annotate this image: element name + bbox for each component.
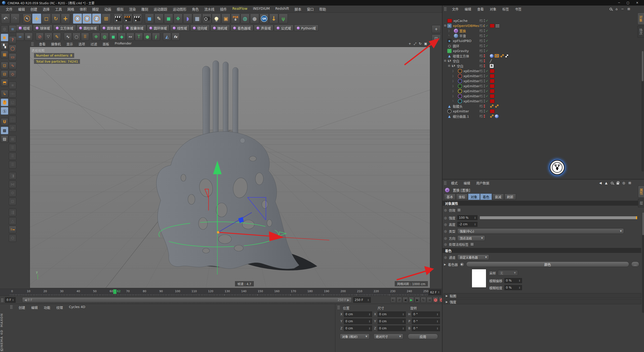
- layer-toggle-icon[interactable]: [479, 110, 483, 113]
- visibility-dots-icon[interactable]: [484, 105, 485, 108]
- convert-object-icon[interactable]: ◍: [1, 25, 8, 33]
- maximize-button[interactable]: ▢: [627, 1, 629, 5]
- render-view-icon[interactable]: [114, 14, 123, 24]
- floor-icon[interactable]: ▦: [193, 14, 202, 24]
- snapping-magnet-icon[interactable]: U: [1, 118, 8, 126]
- disabled-bridge-icon[interactable]: ⊣⊢: [9, 90, 16, 98]
- visibility-toggles[interactable]: [479, 105, 489, 108]
- layer-toggle-icon[interactable]: [479, 24, 483, 27]
- visibility-toggles[interactable]: ✓: [479, 74, 489, 78]
- text-tool-icon[interactable]: T: [135, 33, 143, 41]
- spinner-arrows-icon[interactable]: ↕: [402, 327, 404, 330]
- delete-points-icon[interactable]: ⊘: [36, 33, 44, 41]
- spinner-arrows-icon[interactable]: ↕: [402, 313, 404, 316]
- track-icon[interactable]: ◎: [622, 181, 625, 185]
- menu-item[interactable]: 创建: [16, 305, 28, 310]
- viewport-3d-canvas[interactable]: 透视视图 Number of emitters: 8 Total live pa…: [30, 47, 430, 288]
- object-row[interactable]: ├∵xpEmitter.3✓: [442, 83, 637, 89]
- am-search-icon[interactable]: [611, 182, 613, 184]
- character-icon[interactable]: ψ: [279, 14, 288, 24]
- cache-tag[interactable]: [490, 24, 495, 28]
- disabled-tri-up-icon[interactable]: △: [9, 217, 16, 225]
- object-row[interactable]: ├∵xpEmitter.4✓: [442, 78, 637, 83]
- disabled-knife-icon[interactable]: ⋇: [9, 81, 16, 89]
- rotation-h-field[interactable]: 0 °↕: [412, 312, 440, 317]
- generators-icon[interactable]: ◼: [164, 14, 173, 24]
- spinner-arrows-icon[interactable]: ↕: [436, 313, 438, 316]
- channel-select[interactable]: 自定义着色器▼: [457, 254, 489, 260]
- record-keyframe-button[interactable]: ⚿: [433, 297, 438, 303]
- wire-sphere-icon[interactable]: ◍: [240, 14, 250, 24]
- brush-tag[interactable]: ╱: [490, 59, 492, 63]
- visibility-toggles[interactable]: ✓: [479, 109, 489, 113]
- emulation-checkbox[interactable]: [457, 208, 461, 212]
- enabled-check-icon[interactable]: ✓: [486, 99, 489, 103]
- menu-item[interactable]: 摄像机: [48, 41, 64, 46]
- curve-dots-icon[interactable]: ∾: [126, 33, 134, 41]
- layer-toggle-icon[interactable]: [479, 69, 483, 73]
- menu-item[interactable]: 书签: [512, 7, 525, 11]
- spinner-arrows-icon[interactable]: ↕: [369, 320, 371, 323]
- menu-item[interactable]: 运动图形: [170, 7, 189, 12]
- object-row[interactable]: ▲碰撞立方体: [442, 53, 637, 58]
- menu-item[interactable]: 文件: [449, 7, 462, 11]
- panel-grip[interactable]: [444, 7, 447, 11]
- menu-item[interactable]: 编辑: [15, 7, 28, 12]
- object-name[interactable]: 空白: [453, 59, 459, 63]
- object-row[interactable]: ├◍置换✓: [442, 28, 637, 33]
- sphere-tag[interactable]: [495, 114, 499, 118]
- help-selection-icon[interactable]: ?: [9, 36, 16, 44]
- cache-tag[interactable]: [490, 84, 495, 88]
- disabled-extrude-icon[interactable]: ◱: [9, 99, 16, 106]
- spinner-arrows-icon[interactable]: ↕: [438, 291, 440, 294]
- visibility-toggles[interactable]: ✓: [479, 69, 489, 73]
- visibility-dots-icon[interactable]: [484, 90, 485, 93]
- visibility-toggles[interactable]: [479, 115, 489, 118]
- menu-item[interactable]: 脚本: [292, 7, 304, 12]
- om-add-icon[interactable]: ⊞: [627, 7, 630, 11]
- model-mode-icon[interactable]: ◼: [1, 34, 8, 41]
- visibility-dots-icon[interactable]: [484, 95, 485, 98]
- enabled-check-icon[interactable]: ✓: [486, 34, 489, 37]
- enabled-check-icon[interactable]: ✓: [486, 84, 489, 88]
- visibility-dots-icon[interactable]: [484, 54, 485, 57]
- object-row[interactable]: ├∵xpEmitter.2✓: [442, 89, 637, 94]
- shader-field-button[interactable]: 着色器域: [230, 25, 253, 31]
- layer-toggle-icon[interactable]: [479, 29, 483, 32]
- dots-orange-tag[interactable]: [495, 104, 499, 108]
- menu-item[interactable]: 动画: [102, 7, 114, 12]
- disabled-matrix-icon[interactable]: ⊠: [9, 135, 16, 143]
- object-row[interactable]: ◉xpFluidPBD✓: [442, 38, 637, 43]
- prev-frame-button[interactable]: ◀: [403, 297, 408, 303]
- menu-item[interactable]: 插件: [217, 7, 230, 12]
- object-row[interactable]: ∵xpEmitter✓: [442, 109, 637, 114]
- rotate-tool-icon[interactable]: ↻: [51, 14, 60, 24]
- side-tab-属性[interactable]: 属性: [638, 186, 644, 198]
- layer-toggle-icon[interactable]: [479, 95, 483, 98]
- knob-icon[interactable]: ◎: [444, 242, 447, 246]
- expander-icon[interactable]: ⊟: [444, 60, 447, 62]
- menu-item[interactable]: 窗口: [304, 7, 316, 12]
- spheres-pair-icon[interactable]: ∞: [16, 33, 24, 41]
- sound-field-button[interactable]: 声音域: [254, 25, 273, 31]
- move-tool-icon[interactable]: +: [32, 14, 41, 24]
- visibility-toggles[interactable]: ✓: [479, 89, 489, 93]
- layer-toggle-icon[interactable]: [479, 79, 483, 83]
- select-points-icon[interactable]: ∵: [44, 33, 52, 41]
- next-key-button[interactable]: ↻: [421, 297, 426, 303]
- size-mode-select[interactable]: 绝对尺寸▼: [374, 334, 403, 339]
- layer-toggle-icon[interactable]: [479, 39, 483, 42]
- axis-modification-icon[interactable]: ↳: [1, 90, 8, 98]
- visibility-toggles[interactable]: [479, 59, 489, 63]
- tab-刷新[interactable]: 刷新: [504, 194, 516, 200]
- position-y-field[interactable]: 0 cm↕: [344, 319, 372, 324]
- strength-collapse-bar[interactable]: ▶强度: [444, 299, 641, 304]
- menu-item[interactable]: RealFlow: [230, 7, 250, 12]
- maps-collapse-bar[interactable]: ▶贴图: [444, 293, 641, 298]
- menu-item[interactable]: INSYDIUM: [250, 7, 272, 12]
- object-row[interactable]: ⊟Lº空白╱: [442, 58, 637, 63]
- enabled-check-icon[interactable]: ✓: [486, 49, 489, 53]
- position-mode-select[interactable]: 对象 (相对)▼: [340, 334, 370, 339]
- psr-zero-icon[interactable]: PSR0: [231, 14, 240, 24]
- side-tab-场次[interactable]: 场次: [637, 26, 644, 38]
